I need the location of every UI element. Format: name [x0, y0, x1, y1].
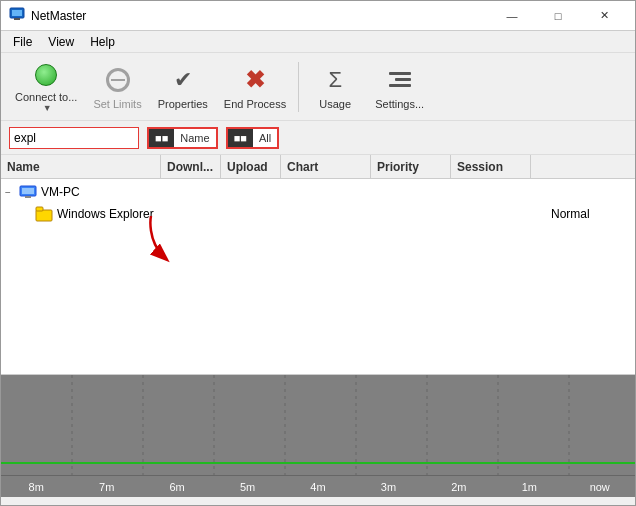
title-text: NetMaster — [31, 9, 86, 23]
time-tick-3m: 3m — [353, 481, 423, 493]
menu-help[interactable]: Help — [82, 33, 123, 51]
connect-button[interactable]: Connect to... ▼ — [9, 57, 83, 117]
settings-icon — [384, 64, 416, 96]
th-name[interactable]: Name — [1, 155, 161, 178]
time-tick-2m: 2m — [424, 481, 494, 493]
th-session[interactable]: Session — [451, 155, 531, 178]
toolbar: Connect to... ▼ Set Limits ✔ Properties … — [1, 53, 635, 121]
table-body: − VM-PC Windows Ex — [1, 179, 635, 227]
end-process-button[interactable]: ✖ End Process — [218, 57, 292, 117]
time-tick-4m: 4m — [283, 481, 353, 493]
all-toggle[interactable]: ■■ All — [226, 127, 280, 149]
name-toggle[interactable]: ■■ Name — [147, 127, 218, 149]
time-axis: 8m 7m 6m 5m 4m 3m 2m 1m now — [1, 475, 635, 497]
usage-label: Usage — [319, 98, 351, 110]
all-toggle-left: ■■ — [228, 129, 253, 147]
vm-pc-label: VM-PC — [41, 185, 341, 199]
all-toggle-right: All — [253, 129, 277, 147]
settings-button[interactable]: Settings... — [369, 57, 430, 117]
usage-icon: Σ — [319, 64, 351, 96]
usage-button[interactable]: Σ Usage — [305, 57, 365, 117]
set-limits-button[interactable]: Set Limits — [87, 57, 147, 117]
time-tick-7m: 7m — [71, 481, 141, 493]
title-icon — [9, 6, 25, 25]
th-upload[interactable]: Upload — [221, 155, 281, 178]
time-tick-8m: 8m — [1, 481, 71, 493]
end-process-label: End Process — [224, 98, 286, 110]
properties-button[interactable]: ✔ Properties — [152, 57, 214, 117]
time-tick-now: now — [565, 481, 635, 493]
svg-rect-5 — [25, 196, 31, 198]
table-row[interactable]: − VM-PC — [1, 181, 635, 203]
all-toggle-group: ■■ All — [226, 127, 280, 149]
tree-toggle-vm-pc[interactable]: − — [5, 187, 19, 198]
menu-view[interactable]: View — [40, 33, 82, 51]
th-download[interactable]: Downl... — [161, 155, 221, 178]
properties-label: Properties — [158, 98, 208, 110]
svg-rect-4 — [22, 188, 34, 194]
minimize-button[interactable]: — — [489, 1, 535, 31]
menu-file[interactable]: File — [5, 33, 40, 51]
table-header: Name Downl... Upload Chart Priority Sess… — [1, 155, 635, 179]
name-toggle-left: ■■ — [149, 129, 174, 147]
chart-grid — [1, 375, 635, 475]
main-area: Name Downl... Upload Chart Priority Sess… — [1, 155, 635, 375]
toolbar-separator — [298, 62, 299, 112]
chart-area — [1, 375, 635, 475]
svg-rect-1 — [12, 10, 22, 16]
settings-label: Settings... — [375, 98, 424, 110]
svg-rect-6 — [36, 210, 52, 221]
window-controls: — □ ✕ — [489, 1, 627, 31]
close-button[interactable]: ✕ — [581, 1, 627, 31]
set-limits-icon — [102, 64, 134, 96]
title-bar: NetMaster — □ ✕ — [1, 1, 635, 31]
filter-bar: ■■ Name ■■ All — [1, 121, 635, 155]
search-input[interactable] — [9, 127, 139, 149]
th-priority[interactable]: Priority — [371, 155, 451, 178]
computer-icon — [19, 184, 37, 200]
name-toggle-group: ■■ Name — [147, 127, 218, 149]
time-tick-5m: 5m — [212, 481, 282, 493]
svg-rect-2 — [14, 18, 20, 20]
explorer-priority: Normal — [551, 207, 631, 221]
connect-icon — [30, 61, 62, 89]
explorer-label: Windows Explorer — [57, 207, 341, 221]
set-limits-label: Set Limits — [93, 98, 141, 110]
name-toggle-right: Name — [174, 129, 215, 147]
app-icon — [35, 206, 53, 222]
end-process-icon: ✖ — [239, 64, 271, 96]
svg-rect-7 — [36, 207, 43, 211]
connect-dropdown-arrow: ▼ — [43, 103, 52, 113]
table-row[interactable]: Windows Explorer Normal — [1, 203, 635, 225]
maximize-button[interactable]: □ — [535, 1, 581, 31]
time-tick-6m: 6m — [142, 481, 212, 493]
th-chart[interactable]: Chart — [281, 155, 371, 178]
connect-label: Connect to... — [15, 91, 77, 103]
time-tick-1m: 1m — [494, 481, 564, 493]
properties-icon: ✔ — [167, 64, 199, 96]
menu-bar: File View Help — [1, 31, 635, 53]
